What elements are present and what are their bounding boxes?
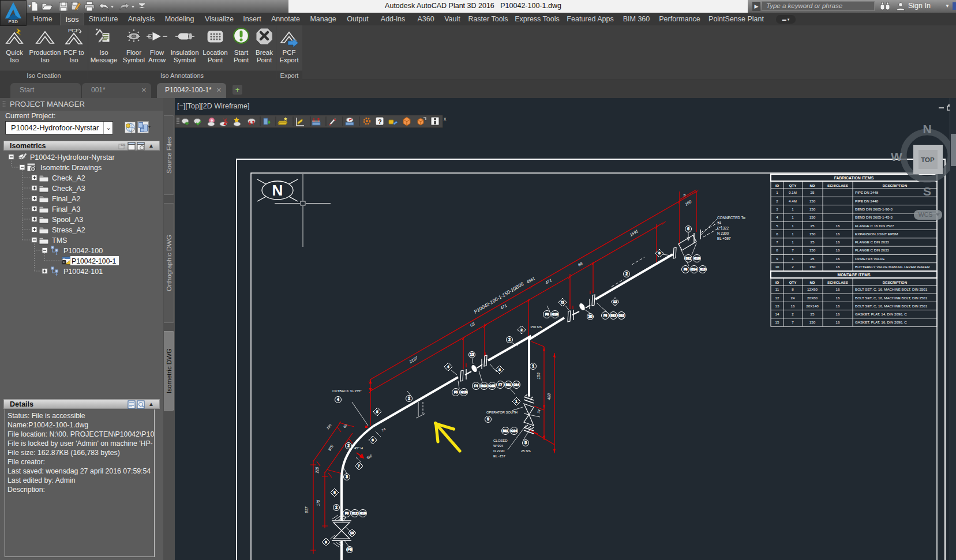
svg-text:12X60: 12X60 <box>807 287 818 291</box>
svg-text:25: 25 <box>811 312 815 316</box>
svg-text:N 2330: N 2330 <box>493 449 505 453</box>
svg-text:2: 2 <box>408 396 410 400</box>
svg-text:16: 16 <box>836 287 840 291</box>
svg-text:ID: ID <box>775 183 779 187</box>
svg-text:7: 7 <box>776 240 778 244</box>
svg-text:G15: G15 <box>618 314 624 317</box>
svg-text:2: 2 <box>776 199 778 203</box>
svg-text:EL +597: EL +597 <box>717 236 731 240</box>
svg-text:6: 6 <box>776 232 778 236</box>
svg-text:1: 1 <box>792 232 794 236</box>
svg-text:DESCRIPTION: DESCRIPTION <box>883 183 908 187</box>
svg-text:N 2300: N 2300 <box>717 231 729 235</box>
svg-text:G15: G15 <box>694 257 700 260</box>
svg-text:WCS: WCS <box>918 211 933 218</box>
svg-text:FLANGE C 16 DIN 2527: FLANGE C 16 DIN 2527 <box>855 224 894 228</box>
svg-text:14: 14 <box>717 221 722 225</box>
svg-text:16: 16 <box>836 312 840 316</box>
svg-text:6: 6 <box>687 227 689 231</box>
svg-text:1: 1 <box>792 240 794 244</box>
svg-text:P10042-100-1: P10042-100-1 <box>72 257 116 265</box>
svg-text:4: 4 <box>337 397 339 401</box>
svg-text:150: 150 <box>809 207 816 211</box>
svg-text:F6: F6 <box>603 314 607 317</box>
svg-text:FLANGE C DIN 2633: FLANGE C DIN 2633 <box>855 240 889 244</box>
svg-text:N: N <box>272 182 283 199</box>
svg-text:ND: ND <box>810 183 815 187</box>
svg-text:BEND DIN 2605-1-45-3: BEND DIN 2605-1-45-3 <box>855 215 893 219</box>
svg-text:150: 150 <box>809 320 816 324</box>
svg-text:SCH/CLASS: SCH/CLASS <box>827 183 848 187</box>
svg-text:225: 225 <box>315 467 319 473</box>
svg-text:Isometric Drawings: Isometric Drawings <box>40 164 102 172</box>
svg-text:PIPE DN 2448: PIPE DN 2448 <box>855 199 879 203</box>
svg-text:12: 12 <box>775 296 779 300</box>
svg-text:150: 150 <box>809 248 816 252</box>
svg-text:16: 16 <box>836 248 840 252</box>
svg-text:25 NS: 25 NS <box>521 449 531 453</box>
svg-text:4: 4 <box>776 215 778 219</box>
svg-text:QTY: QTY <box>789 183 797 187</box>
svg-text:4.4M: 4.4M <box>789 199 797 203</box>
svg-text:G15: G15 <box>489 384 495 388</box>
svg-text:0.1M: 0.1M <box>789 190 797 194</box>
svg-text:F8: F8 <box>545 313 549 316</box>
svg-text:1: 1 <box>792 224 794 228</box>
svg-text:F8: F8 <box>345 512 348 515</box>
svg-text:3: 3 <box>776 207 778 211</box>
svg-text:G14: G14 <box>511 429 517 433</box>
svg-text:24: 24 <box>791 296 795 300</box>
svg-text:16: 16 <box>836 265 840 269</box>
svg-text:BEND DIN 2605-1-90-3: BEND DIN 2605-1-90-3 <box>855 207 893 211</box>
svg-text:F5: F5 <box>454 390 458 394</box>
svg-text:Spool_A3: Spool_A3 <box>52 216 83 224</box>
svg-text:25: 25 <box>811 224 815 228</box>
svg-text:G15: G15 <box>700 268 706 271</box>
svg-text:150: 150 <box>809 215 816 219</box>
svg-text:16: 16 <box>836 304 840 308</box>
svg-text:488: 488 <box>547 393 551 400</box>
svg-text:150: 150 <box>326 423 332 430</box>
svg-text:1: 1 <box>776 190 778 194</box>
svg-text:557: 557 <box>305 506 309 513</box>
svg-text:SCH/CLASS: SCH/CLASS <box>827 280 848 284</box>
svg-text:2: 2 <box>508 337 511 341</box>
svg-text:25: 25 <box>811 190 815 194</box>
svg-text:45° H: 45° H <box>354 446 363 450</box>
svg-text:5: 5 <box>776 224 778 228</box>
svg-text:CLOSED: CLOSED <box>493 439 508 442</box>
svg-text:W: W <box>891 150 902 163</box>
svg-text:8: 8 <box>792 287 794 291</box>
svg-text:P10042-Hydrofoor-Nyrstar: P10042-Hydrofoor-Nyrstar <box>30 153 115 161</box>
svg-text:EL -157: EL -157 <box>493 454 505 458</box>
svg-text:?: ? <box>683 193 686 198</box>
svg-text:25: 25 <box>811 257 815 261</box>
svg-text:G15: G15 <box>461 390 467 394</box>
svg-text:74: 74 <box>381 427 387 433</box>
svg-text:9: 9 <box>487 417 489 421</box>
svg-text:Check_A3: Check_A3 <box>52 185 85 193</box>
svg-text:G15: G15 <box>360 512 366 515</box>
svg-text:3: 3 <box>346 475 348 479</box>
svg-text:7: 7 <box>792 320 794 324</box>
svg-text:8: 8 <box>776 248 778 252</box>
svg-text:13: 13 <box>775 304 779 308</box>
svg-text:B11: B11 <box>505 383 511 386</box>
svg-text:4561: 4561 <box>526 276 535 284</box>
svg-text:ID: ID <box>775 280 779 284</box>
svg-text:68: 68 <box>578 261 583 267</box>
svg-text:9: 9 <box>776 257 778 261</box>
svg-text:2: 2 <box>792 265 794 269</box>
svg-text:PIPE DN 2448: PIPE DN 2448 <box>855 190 879 194</box>
svg-text:16: 16 <box>836 224 840 228</box>
svg-text:TOP: TOP <box>921 156 935 163</box>
svg-text:5: 5 <box>524 441 527 445</box>
svg-text:375: 375 <box>327 444 334 452</box>
svg-text:GASKET, FLAT, 14, DIN 2690, C: GASKET, FLAT, 14, DIN 2690, C <box>855 312 907 316</box>
svg-text:1: 1 <box>792 257 794 261</box>
svg-text:2: 2 <box>625 272 628 276</box>
svg-text:OPERATOR SOUTH: OPERATOR SOUTH <box>486 411 518 414</box>
svg-text:20X80: 20X80 <box>807 296 818 300</box>
svg-text:316: 316 <box>366 454 373 460</box>
svg-text:16: 16 <box>791 304 795 308</box>
